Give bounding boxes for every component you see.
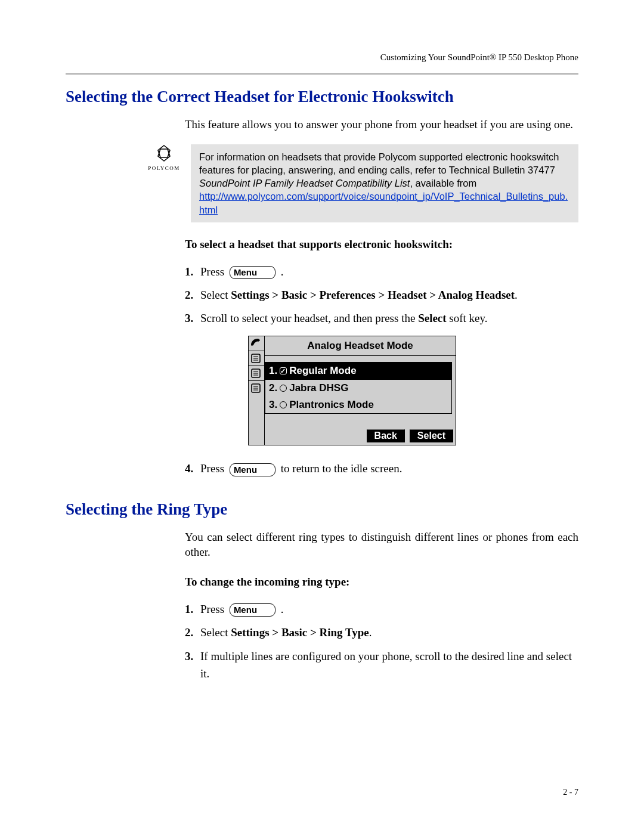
step-number: 4. bbox=[185, 460, 200, 477]
section1-intro: This feature allows you to answer your p… bbox=[185, 117, 578, 132]
phone-option-num: 2. bbox=[269, 380, 277, 396]
phone-side-icon bbox=[249, 381, 264, 396]
s2-step1-post: . bbox=[281, 603, 284, 615]
info-note-box: For information on headsets that provide… bbox=[191, 144, 578, 222]
page-number: 2 - 7 bbox=[563, 788, 578, 797]
menu-key-icon: Menu bbox=[230, 603, 275, 617]
phone-option-label: Jabra DHSG bbox=[289, 380, 348, 396]
s2-step2-pre: Select bbox=[200, 626, 231, 639]
step-number: 2. bbox=[185, 286, 200, 304]
page: Customizing Your SoundPoint® IP 550 Desk… bbox=[0, 0, 644, 833]
radio-unchecked-icon bbox=[280, 385, 287, 392]
step1-pre: Press bbox=[200, 265, 227, 278]
step2-pre: Select bbox=[200, 289, 231, 301]
phone-option: 2. Jabra DHSG bbox=[265, 380, 451, 397]
section-heading-ringtype: Selecting the Ring Type bbox=[66, 500, 578, 519]
menu-key-icon: Menu bbox=[230, 266, 275, 279]
step2-post: . bbox=[515, 289, 518, 301]
step-number: 1. bbox=[185, 600, 200, 618]
checkbox-checked-icon bbox=[280, 367, 287, 374]
step2-bold: Settings > Basic > Preferences > Headset… bbox=[231, 289, 515, 301]
step-number: 1. bbox=[185, 263, 200, 280]
running-header: Customizing Your SoundPoint® IP 550 Desk… bbox=[66, 52, 578, 63]
phone-option-num: 3. bbox=[269, 397, 277, 413]
phone-side-icon bbox=[249, 366, 264, 381]
note-text-1: For information on headsets that provide… bbox=[199, 151, 559, 175]
phone-side-icon bbox=[249, 336, 264, 351]
phone-option-list: 1. Regular Mode 2. Jabra DHSG bbox=[265, 362, 452, 414]
step-number: 3. bbox=[185, 309, 200, 327]
note-text-2: , available from bbox=[410, 178, 476, 188]
phone-option: 3. Plantronics Mode bbox=[265, 397, 451, 413]
menu-key-icon: Menu bbox=[230, 463, 275, 476]
s2-step2-post: . bbox=[369, 626, 372, 639]
step1-post: . bbox=[281, 265, 284, 278]
section2-subheading: To change the incoming ring type: bbox=[185, 574, 578, 590]
divider bbox=[66, 73, 578, 75]
step-number: 3. bbox=[185, 648, 200, 665]
phone-side-icons bbox=[249, 336, 265, 445]
section2-steps: 1. Press Menu . 2. Select Settings > Bas… bbox=[185, 600, 578, 683]
step-number: 2. bbox=[185, 624, 200, 641]
phone-option-num: 1. bbox=[269, 363, 277, 379]
phone-screen-figure: Analog Headset Mode 1. Regular Mode bbox=[248, 336, 456, 445]
note-italic: SoundPoint IP Family Headset Compatibili… bbox=[199, 178, 410, 188]
step4-pre: Press bbox=[200, 462, 227, 475]
polycom-logo-text: POLYCOM bbox=[143, 165, 185, 171]
polycom-logo-glyph bbox=[143, 144, 185, 165]
radio-unchecked-icon bbox=[280, 401, 287, 408]
s2-step1-pre: Press bbox=[200, 603, 227, 615]
softkey-select: Select bbox=[410, 429, 453, 442]
info-note: POLYCOM For information on headsets that… bbox=[66, 144, 578, 222]
s2-step3: If multiple lines are configured on your… bbox=[200, 648, 578, 683]
phone-side-icon bbox=[249, 351, 264, 366]
s2-step2-bold: Settings > Basic > Ring Type bbox=[231, 626, 369, 639]
note-link[interactable]: http://www.polycom.com/support/voice/sou… bbox=[199, 191, 568, 215]
step3-pre: Scroll to select your headset, and then … bbox=[200, 312, 418, 324]
polycom-logo: POLYCOM bbox=[143, 144, 185, 171]
phone-option-label: Regular Mode bbox=[289, 363, 356, 379]
phone-option-label: Plantronics Mode bbox=[289, 397, 374, 413]
step4-post: to return to the idle screen. bbox=[281, 462, 402, 475]
section1-steps: 1. Press Menu . 2. Select Settings > Bas… bbox=[185, 263, 578, 478]
phone-option-selected: 1. Regular Mode bbox=[265, 363, 451, 379]
step3-bold: Select bbox=[418, 312, 446, 324]
phone-screen-title: Analog Headset Mode bbox=[265, 336, 456, 356]
step3-post: soft key. bbox=[447, 312, 488, 324]
softkey-back: Back bbox=[367, 429, 405, 442]
section2-intro: You can select different ring types to d… bbox=[185, 529, 578, 560]
section1-subheading: To select a headset that supports electr… bbox=[185, 237, 578, 252]
section-heading-hookswitch: Selecting the Correct Headset for Electr… bbox=[66, 88, 578, 106]
